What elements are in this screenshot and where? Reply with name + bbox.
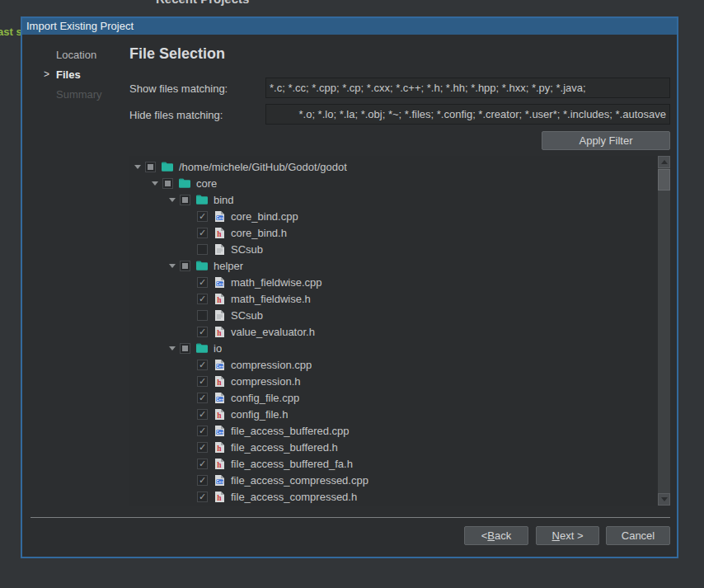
- tree-file-row[interactable]: ✓hmath_fieldwise.h: [129, 290, 658, 307]
- row-checkbox[interactable]: [180, 261, 190, 271]
- row-checkbox[interactable]: ✓: [197, 376, 208, 387]
- hide-files-label: Hide files matching:: [129, 109, 223, 121]
- footer-separator: [31, 517, 670, 518]
- tree-file-row[interactable]: ✓C++file_access_compressed.cpp: [129, 472, 658, 488]
- wizard-step-files[interactable]: Files: [56, 68, 81, 82]
- row-checkbox[interactable]: ✓: [197, 294, 208, 304]
- expander-spacer: [186, 245, 195, 253]
- show-files-input[interactable]: *.c; *.cc; *.cpp; *.cp; *.cxx; *.c++; *.…: [265, 78, 670, 98]
- expander-spacer: [186, 278, 195, 286]
- h-icon: h: [213, 458, 226, 470]
- tree-folder-row[interactable]: io: [129, 340, 658, 356]
- scrollbar-track[interactable]: [658, 168, 670, 493]
- expander-spacer: [186, 327, 195, 336]
- svg-text:h: h: [217, 230, 222, 238]
- background-clipped-text: ast s: [0, 26, 22, 38]
- row-checkbox[interactable]: ✓: [197, 426, 208, 436]
- expander-arrow-icon[interactable]: [169, 195, 177, 204]
- row-checkbox[interactable]: ✓: [197, 360, 208, 370]
- expander-spacer: [186, 212, 195, 220]
- row-checkbox[interactable]: ✓: [197, 277, 208, 288]
- row-checkbox[interactable]: ✓: [197, 409, 208, 420]
- h-icon: h: [213, 441, 226, 454]
- row-label: compression.cpp: [231, 359, 312, 371]
- row-label: core_bind.cpp: [231, 210, 298, 223]
- cpp-icon: C++: [213, 425, 226, 437]
- cpp-icon: C++: [213, 474, 226, 487]
- row-checkbox[interactable]: ✓: [197, 475, 208, 486]
- row-label: core: [196, 177, 217, 190]
- tree-folder-row[interactable]: /home/michele/GitHub/Godot/godot: [129, 158, 658, 175]
- tree-file-row[interactable]: ✓hconfig_file.h: [129, 406, 658, 422]
- row-checkbox[interactable]: [145, 162, 156, 172]
- row-checkbox[interactable]: ✓: [197, 442, 208, 453]
- row-checkbox[interactable]: [180, 195, 190, 205]
- tree-file-row[interactable]: ✓hfile_access_buffered_fa.h: [129, 455, 658, 472]
- svg-text:h: h: [217, 494, 222, 502]
- svg-text:C++: C++: [216, 430, 223, 434]
- wizard-step-summary: Summary: [56, 88, 102, 101]
- back-button[interactable]: < Back: [464, 526, 528, 545]
- scrollbar-down-button[interactable]: [658, 493, 670, 506]
- row-checkbox[interactable]: ✓: [197, 393, 208, 403]
- row-checkbox[interactable]: ✓: [197, 211, 208, 222]
- file-tree: /home/michele/GitHub/Godot/godotcorebind…: [129, 156, 670, 506]
- show-files-label: Show files matching:: [129, 82, 228, 95]
- row-checkbox[interactable]: [162, 178, 173, 189]
- svg-text:h: h: [217, 445, 222, 453]
- row-checkbox[interactable]: [197, 310, 208, 321]
- row-label: file_access_compressed.h: [231, 491, 357, 503]
- expander-arrow-icon[interactable]: [134, 162, 143, 171]
- tree-file-row[interactable]: ✓C++file_access_buffered.cpp: [129, 422, 658, 439]
- expander-spacer: [186, 476, 195, 484]
- tree-folder-row[interactable]: core: [129, 175, 658, 191]
- tree-file-row[interactable]: ✓C++compression.cpp: [129, 356, 658, 373]
- row-checkbox[interactable]: ✓: [197, 228, 208, 238]
- row-checkbox[interactable]: [197, 244, 208, 255]
- scrollbar-thumb[interactable]: [658, 169, 670, 191]
- tree-file-row[interactable]: ✓hcore_bind.h: [129, 224, 658, 241]
- folder-icon: [178, 177, 191, 190]
- row-label: math_fieldwise.h: [231, 293, 311, 305]
- expander-spacer: [186, 228, 195, 237]
- expander-arrow-icon[interactable]: [169, 344, 177, 352]
- tree-folder-row[interactable]: helper: [129, 257, 658, 274]
- row-label: helper: [214, 260, 243, 272]
- row-checkbox[interactable]: ✓: [197, 327, 208, 337]
- apply-filter-button[interactable]: Apply Filter: [542, 131, 670, 150]
- expander-spacer: [186, 393, 195, 402]
- expander-arrow-icon[interactable]: [152, 179, 160, 187]
- next-button[interactable]: Next >: [536, 526, 599, 545]
- expander-spacer: [186, 311, 195, 319]
- tree-folder-row[interactable]: bind: [129, 191, 658, 208]
- tree-file-row[interactable]: ✓hfile_access_buffered.h: [129, 439, 658, 455]
- row-label: /home/michele/GitHub/Godot/godot: [179, 161, 347, 173]
- expander-spacer: [186, 410, 195, 418]
- tree-file-row[interactable]: ✓C++math_fieldwise.cpp: [129, 274, 658, 290]
- expander-arrow-icon[interactable]: [169, 261, 177, 270]
- tree-file-row[interactable]: SCsub: [129, 241, 658, 257]
- tree-file-row[interactable]: ✓C++core_bind.cpp: [129, 208, 658, 224]
- h-icon: h: [213, 408, 226, 421]
- tree-scrollbar[interactable]: [658, 156, 670, 506]
- expander-spacer: [186, 492, 195, 501]
- row-checkbox[interactable]: ✓: [197, 459, 208, 469]
- scrollbar-up-button[interactable]: [658, 156, 670, 168]
- cancel-button[interactable]: Cancel: [606, 526, 670, 545]
- row-label: config_file.h: [231, 408, 288, 421]
- hide-files-input[interactable]: *.o; *.lo; *.la; *.obj; *~; *.files; *.c…: [265, 104, 670, 125]
- dialog-title-bar[interactable]: Import Existing Project: [22, 18, 677, 35]
- arrow-down-icon: [661, 497, 668, 501]
- file-icon: [213, 243, 226, 256]
- row-checkbox[interactable]: [180, 343, 190, 354]
- tree-file-row[interactable]: ✓C++config_file.cpp: [129, 389, 658, 406]
- tree-file-row[interactable]: ✓hcompression.h: [129, 373, 658, 389]
- tree-file-row[interactable]: ✓hvalue_evaluator.h: [129, 323, 658, 340]
- expander-spacer: [186, 426, 195, 435]
- svg-text:h: h: [217, 296, 222, 304]
- wizard-step-location[interactable]: Location: [56, 49, 96, 62]
- tree-file-row[interactable]: ✓hfile_access_compressed.h: [129, 488, 658, 505]
- row-label: file_access_compressed.cpp: [231, 474, 368, 487]
- row-checkbox[interactable]: ✓: [197, 492, 208, 502]
- tree-file-row[interactable]: SCsub: [129, 307, 658, 323]
